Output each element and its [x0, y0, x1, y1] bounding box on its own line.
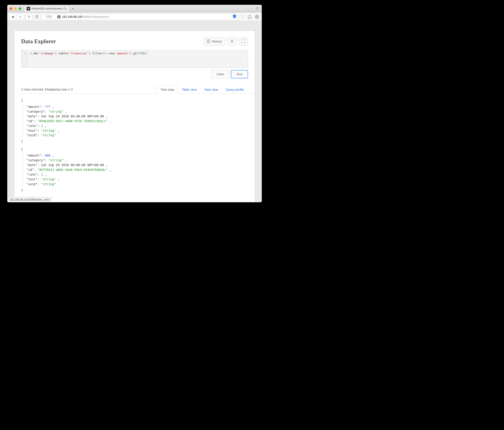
svg-rect-2	[38, 15, 38, 16]
results-tree: { "amount": 777 , "category": "string" ,…	[14, 94, 255, 202]
data-explorer-card: Data Explorer History	[14, 31, 255, 202]
tab-table-view[interactable]: Table view	[178, 85, 201, 94]
window-controls	[9, 7, 21, 10]
result-object: { "amount": 777 , "category": "string" ,…	[21, 98, 248, 144]
titlebar: R RethinkDB Administration Co +	[7, 5, 262, 12]
svg-rect-3	[36, 16, 36, 17]
svg-rect-6	[36, 18, 36, 18]
profile-icon[interactable]	[254, 15, 260, 19]
history-label: History	[212, 40, 222, 43]
browser-tab[interactable]: R RethinkDB Administration Co	[24, 6, 69, 12]
view-tabs: Tree view Table view Raw view Query prof…	[157, 85, 248, 93]
line-number: 1	[24, 52, 26, 55]
fullscreen-button[interactable]	[239, 37, 248, 46]
svg-point-11	[256, 16, 258, 17]
results-bar: 2 rows returned. Displaying rows 1-2 Tre…	[14, 85, 255, 94]
svg-rect-7	[36, 18, 37, 18]
settings-button[interactable]	[227, 37, 236, 46]
new-tab-button[interactable]: +	[72, 7, 74, 11]
svg-line-23	[231, 42, 231, 42]
share-icon[interactable]	[247, 15, 253, 19]
url-path: :8080/#dataexplorer	[82, 15, 109, 19]
url-host: 192.168.88.100	[62, 15, 82, 19]
vpn-badge: VPN	[45, 15, 53, 19]
svg-rect-4	[36, 16, 37, 17]
query-text[interactable]: r.db('crabapp').table('financial').filte…	[28, 50, 248, 68]
minimize-window-button[interactable]	[14, 7, 17, 10]
heart-icon[interactable]: ♡	[240, 15, 245, 19]
card-header: Data Explorer History	[14, 31, 255, 48]
tab-raw-view[interactable]: Raw view	[201, 85, 222, 94]
rows-returned-label: 2 rows returned. Displaying rows 1-2	[21, 88, 73, 93]
forward-button[interactable]: ▶	[17, 14, 24, 20]
gear-icon	[230, 39, 234, 44]
url-text: 192.168.88.100:8080/#dataexplorer	[62, 15, 109, 19]
query-editor[interactable]: 1 r.db('crabapp').table('financial').fil…	[21, 50, 248, 68]
line-gutter: 1	[21, 50, 28, 68]
history-icon	[207, 39, 210, 44]
shield-icon[interactable]: ✕	[233, 15, 236, 19]
tab-query-profile[interactable]: Query profile	[222, 85, 248, 94]
tab-title: RethinkDB Administration Co	[32, 7, 67, 10]
clear-button[interactable]: Clear	[211, 70, 229, 78]
svg-line-22	[233, 42, 233, 42]
globe-icon	[57, 15, 61, 19]
svg-line-21	[231, 40, 231, 40]
back-button[interactable]: ◀	[9, 14, 16, 20]
run-button[interactable]: Run	[231, 70, 248, 78]
svg-text:✕: ✕	[234, 15, 235, 18]
speed-dial-button[interactable]	[34, 14, 40, 20]
svg-rect-0	[36, 15, 36, 16]
page-content: Data Explorer History	[7, 21, 262, 202]
address-bar[interactable]: VPN · 192.168.88.100:8080/#dataexplorer …	[42, 14, 238, 20]
svg-rect-8	[38, 18, 38, 18]
svg-point-16	[231, 40, 233, 42]
svg-rect-1	[36, 15, 37, 16]
favicon-icon: R	[27, 7, 30, 10]
action-row: Clear Run	[14, 68, 255, 83]
svg-rect-5	[38, 16, 38, 17]
reload-button[interactable]: ↻	[26, 14, 32, 20]
expand-icon	[242, 39, 245, 44]
browser-menu-icon[interactable]	[255, 7, 259, 11]
history-button[interactable]: History	[203, 37, 225, 46]
svg-line-24	[233, 40, 233, 40]
tab-tree-view[interactable]: Tree view	[157, 85, 178, 94]
browser-window: R RethinkDB Administration Co + ◀ ▶ ↻ VP…	[7, 5, 262, 202]
maximize-window-button[interactable]	[19, 7, 21, 10]
page-title: Data Explorer	[21, 38, 56, 45]
close-window-button[interactable]	[9, 7, 12, 10]
site-info-icon[interactable]: ·	[55, 15, 56, 19]
status-bar: 192.168.88.100:8080/#tree_view	[7, 197, 52, 202]
result-object: { "amount": 888 , "category": "string" ,…	[21, 147, 248, 192]
browser-toolbar: ◀ ▶ ↻ VPN · 192.168.88.100:8080/#dataexp…	[7, 12, 262, 21]
header-buttons: History	[203, 37, 248, 46]
